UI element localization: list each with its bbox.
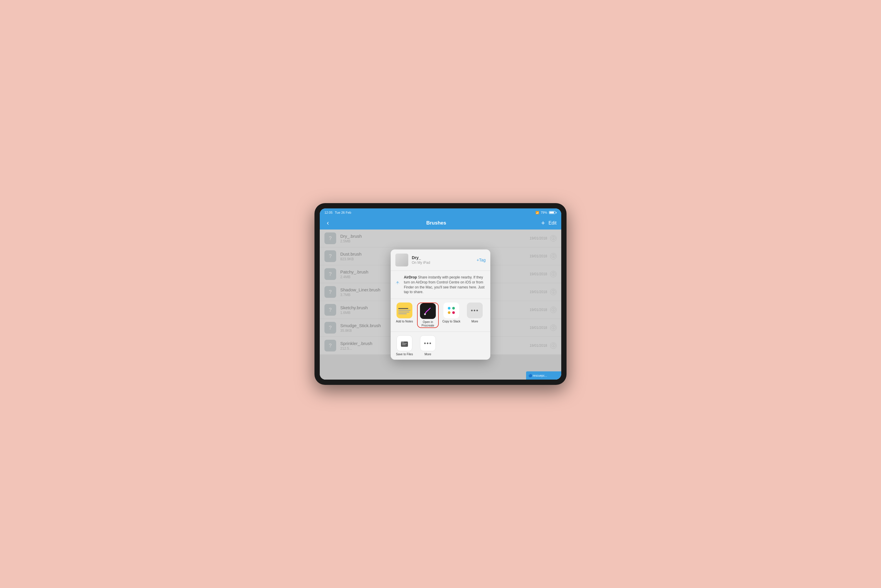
nav-title: Brushes: [426, 220, 446, 226]
share-file-location: On My iPad: [412, 261, 473, 265]
more-actions-icon: •••: [420, 335, 436, 351]
svg-rect-10: [402, 343, 407, 344]
ad-text: 🔵 rescuepc...: [529, 374, 547, 377]
airdrop-description: AirDrop Share instantly with people near…: [404, 275, 485, 295]
share-thumbnail: [396, 254, 408, 267]
ipad-screen: 12:05 Tue 26 Feb 📶 79% ‹ Brushes + Edit: [320, 208, 561, 380]
open-in-procreate-label: Open inProcreate: [421, 320, 434, 327]
save-to-files-icon: [397, 335, 412, 351]
svg-rect-5: [452, 307, 455, 309]
ad-banner: 🔵 rescuepc...: [526, 371, 561, 380]
status-date: Tue 26 Feb: [335, 211, 351, 214]
battery-pct: 79%: [541, 211, 547, 214]
airdrop-title: AirDrop: [404, 275, 417, 279]
app-share-row: Add to Notes: [391, 299, 490, 332]
battery-icon: [549, 211, 557, 214]
svg-rect-11: [402, 344, 406, 345]
svg-point-3: [424, 314, 426, 315]
open-in-procreate-item[interactable]: Open inProcreate: [417, 303, 439, 328]
ipad-device: 12:05 Tue 26 Feb 📶 79% ‹ Brushes + Edit: [315, 203, 566, 385]
save-to-files-item[interactable]: Save to Files: [394, 335, 415, 356]
share-header: Dry_ On My iPad +Tag: [391, 249, 490, 271]
copy-to-slack-label: Copy to Slack: [442, 320, 460, 323]
more-apps-label: More: [472, 320, 478, 323]
add-tag-button[interactable]: +Tag: [476, 258, 485, 262]
more-actions-item[interactable]: ••• More: [417, 335, 439, 356]
edit-button[interactable]: Edit: [548, 220, 557, 226]
slack-icon: [443, 303, 459, 318]
svg-rect-7: [452, 311, 455, 314]
wifi-icon: 📶: [535, 211, 539, 214]
svg-rect-9: [401, 342, 404, 343]
main-content: ? Dry_.brush 2.5MB 19/01/2018 ⓘ ? Dust.b…: [320, 230, 561, 380]
svg-rect-4: [448, 307, 451, 309]
share-sheet-overlay: Dry_ On My iPad +Tag: [320, 230, 561, 380]
status-time: 12:05: [324, 211, 333, 214]
procreate-icon: [420, 303, 436, 319]
back-button[interactable]: ‹: [324, 218, 331, 228]
airdrop-icon: [396, 275, 400, 289]
more-apps-icon: •••: [467, 303, 483, 318]
add-to-notes-item[interactable]: Add to Notes: [394, 303, 415, 328]
airdrop-section: AirDrop Share instantly with people near…: [391, 271, 490, 299]
status-bar: 12:05 Tue 26 Feb 📶 79%: [320, 208, 561, 217]
copy-to-slack-item[interactable]: Copy to Slack: [440, 303, 462, 328]
more-apps-item[interactable]: ••• More: [464, 303, 485, 328]
action-share-row: Save to Files ••• More: [391, 332, 490, 360]
notes-icon: [397, 303, 412, 318]
share-file-name: Dry_: [412, 255, 473, 260]
navigation-bar: ‹ Brushes + Edit: [320, 217, 561, 230]
more-actions-label: More: [425, 352, 432, 356]
share-sheet: Dry_ On My iPad +Tag: [391, 249, 490, 360]
save-to-files-label: Save to Files: [396, 352, 413, 356]
svg-rect-6: [448, 311, 451, 314]
add-button[interactable]: +: [541, 219, 545, 227]
share-file-info: Dry_ On My iPad: [412, 255, 473, 265]
add-to-notes-label: Add to Notes: [396, 320, 413, 323]
